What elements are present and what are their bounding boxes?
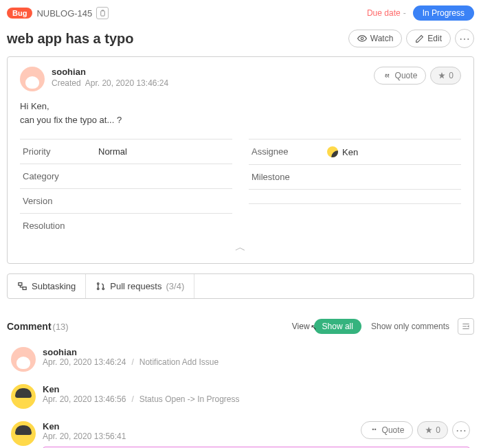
due-date-label: Due date [367,8,401,18]
svg-point-5 [98,288,100,290]
view-toggle-icon[interactable] [458,318,474,335]
issue-title: web app has a typo [7,31,344,47]
more-button[interactable]: ⋯ [455,29,474,48]
star-button[interactable]: 0 [430,67,461,85]
star-button[interactable]: 0 [417,421,448,439]
status-pill[interactable]: In Progress [413,5,474,21]
description-card: soohian Created Apr. 20, 2020 13:46:24 Q… [7,56,474,264]
prop-empty [249,203,461,218]
prop-priority: PriorityNormal [20,139,232,164]
prop-milestone: Milestone [249,164,461,189]
quote-button[interactable]: Quote [361,421,414,439]
properties-grid: PriorityNormal Category Version Resoluti… [20,139,461,238]
pencil-icon [415,34,424,43]
svg-rect-2 [19,283,22,286]
svg-point-1 [361,37,363,40]
comments-header: Comment (13) View ↖ Show all Show only c… [0,313,481,341]
comment-author[interactable]: Ken [43,421,357,432]
issue-header: Bug NUBLOG-145 Due date - In Progress [0,0,481,26]
view-label: View ↖ [292,322,310,331]
clipboard-icon[interactable] [96,7,109,19]
comments-title: Comment [7,321,52,332]
prop-assignee: AssigneeKen [249,139,461,164]
tabs: Subtasking Pull requests (3/4) [7,273,474,299]
more-button[interactable]: ⋯ [452,421,470,439]
due-date-value: - [403,8,406,18]
avatar [327,146,338,157]
filter-show-comments[interactable]: Show only comments [371,322,449,331]
prop-resolution: Resolution [20,213,232,238]
comments-count: (13) [53,322,69,332]
subtask-icon [17,281,27,291]
avatar [11,347,36,372]
comment-author[interactable]: Ken [43,384,470,394]
watch-button[interactable]: Watch [348,30,403,47]
star-icon [438,71,446,80]
eye-icon [357,34,367,43]
quote-icon [383,71,392,80]
edit-label: Edit [427,34,442,43]
avatar [20,67,45,91]
collapse-toggle[interactable]: ︿ [20,238,461,258]
comment-meta: Apr. 20, 2020 13:46:24/Notification Add … [43,357,470,367]
tab-pull-requests[interactable]: Pull requests (3/4) [86,274,194,298]
prop-category: Category [20,164,232,188]
comment-item: soohian Apr. 20, 2020 13:46:24/Notificat… [7,341,474,379]
svg-point-6 [102,288,104,290]
pull-request-icon [96,281,106,291]
svg-rect-3 [23,287,26,290]
tab-subtasking[interactable]: Subtasking [8,274,86,298]
created-meta: Created Apr. 20, 2020 13:46:24 [52,78,370,88]
comment-list: soohian Apr. 20, 2020 13:46:24/Notificat… [7,341,474,448]
svg-point-4 [98,283,100,285]
quote-icon [370,426,379,435]
prop-empty [249,189,461,203]
quote-button[interactable]: Quote [374,67,427,85]
author-name[interactable]: soohian [52,67,370,77]
description-body: Hi Ken, can you fix the typo at... ? [20,100,461,126]
comment-item: Ken Apr. 20, 2020 13:56:41 Quote 0 ⋯ [7,416,474,448]
avatar [11,421,36,446]
edit-button[interactable]: Edit [406,30,451,47]
type-badge: Bug [7,8,32,19]
star-icon [425,426,433,434]
watch-label: Watch [370,34,394,43]
filter-show-all[interactable]: Show all [314,319,361,334]
comment-item: Ken Apr. 20, 2020 13:46:56/Status Open -… [7,379,474,416]
comment-author[interactable]: soohian [43,347,470,357]
comment-meta: Apr. 20, 2020 13:46:56/Status Open -> In… [43,394,470,404]
cursor-icon: ↖ [311,323,317,332]
issue-key[interactable]: NUBLOG-145 [36,8,92,19]
comment-meta: Apr. 20, 2020 13:56:41 [43,432,357,441]
avatar [11,384,36,409]
title-row: web app has a typo Watch Edit ⋯ [0,26,481,56]
svg-rect-0 [101,10,105,15]
prop-version: Version [20,188,232,213]
